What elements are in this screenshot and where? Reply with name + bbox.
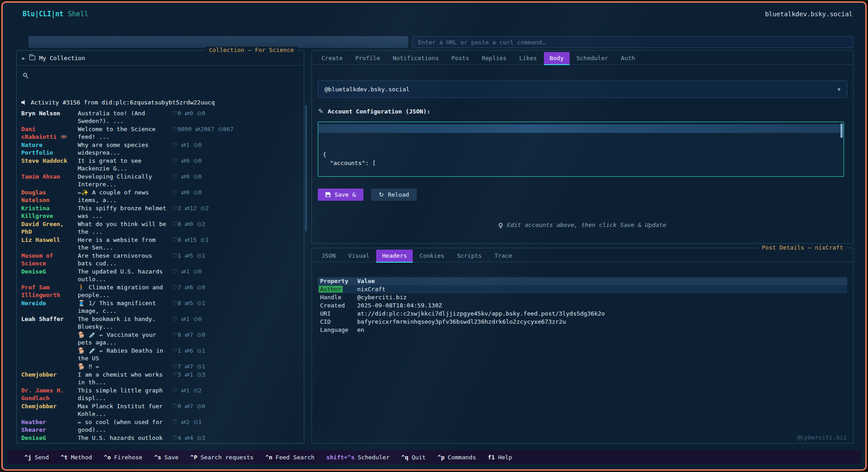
feed-post-row[interactable]: Steve Haddock It is great to see Mackenz… [21, 156, 300, 172]
feed-post-row[interactable]: DeniseG The U.S. hazards outlook shows..… [21, 434, 300, 443]
feed-post-row[interactable]: Leah Shaffer The bookmark is handy. Blue… [21, 315, 300, 330]
search-icon [23, 73, 27, 77]
post-text: Welcome to the Science feed! ... [78, 125, 167, 141]
reply-icon: ⊙ [197, 347, 202, 354]
repost-icon: ⇄ [181, 268, 186, 275]
repost-icon: ⇄ [184, 252, 189, 259]
table-row[interactable]: Created 2025-09-08T18:04:59.130Z [318, 302, 847, 310]
feed-post-row[interactable]: David Green, PhD What do you think will … [21, 220, 300, 236]
repost-icon: ⇄ [181, 316, 186, 322]
table-row[interactable]: URI at://did:plc:c2swjkkci7dljjizpgye45k… [318, 310, 847, 318]
feed-post-row[interactable]: Chemjobber Max Planck Institut fuer Kohl… [21, 402, 300, 418]
account-select[interactable]: @bluetalkdev.bsky.social ▾ [318, 80, 847, 98]
feed-post-row[interactable]: Bryn Nelson Australia too! (And Sweden?)… [21, 109, 300, 125]
repost-icon: ⇄ [181, 387, 186, 394]
tab-replies[interactable]: Replies [476, 52, 513, 64]
feed-post-row[interactable]: Dani cRabaiotti 🦇 Welcome to the Science… [21, 125, 300, 141]
shortcut-key: ^q [401, 454, 409, 461]
table-row[interactable]: CID bafyreicxrfmrminhqseoy3pfv36bswdl236… [318, 318, 847, 326]
property-value: bafyreicxrfmrminhqseoy3pfv36bswdl236hzdr… [357, 318, 845, 326]
tab-headers[interactable]: Headers [376, 250, 413, 262]
feed-post-row[interactable]: Nature Portfolio Why are some species wi… [21, 141, 300, 156]
tab-profile[interactable]: Profile [349, 52, 386, 64]
reply-icon: ⊙ [197, 331, 202, 338]
feed-post-row[interactable]: Kristina Killgrove This spiffy bronze he… [21, 204, 300, 220]
feed-post-row[interactable]: DeniseG The updated U.S. hazards outlo..… [21, 267, 300, 283]
feed-post-row[interactable]: Heather Shearer ✏ so cool (when used for… [21, 418, 300, 434]
post-author: Douglas Natelson [21, 189, 72, 204]
shortcut-label: Quit [411, 454, 425, 461]
statusbar-shortcut[interactable]: ^o Firehose [104, 454, 142, 461]
post-text: Max Planck Institut fuer Kohle... [78, 402, 167, 418]
reply-icon: ⊙ [193, 316, 198, 322]
feed-post-row[interactable]: Prof Sam Illingworth 🚶 Climate migration… [21, 283, 300, 299]
post-text: 🐕 💉 ✏ Vaccinate your pets aga... [78, 331, 167, 346]
statusbar-shortcut[interactable]: ^t Method [61, 454, 92, 461]
tab-body[interactable]: Body [544, 52, 570, 64]
post-author: Nature Portfolio [21, 141, 72, 156]
feed-scrollbar[interactable] [305, 105, 307, 231]
tab-create[interactable]: Create [316, 52, 349, 64]
feed-post-row[interactable]: Nereide 🧵 1/ This magnificent image, c..… [21, 299, 300, 315]
titlebar: Blu|CLI|ntShell bluetalkdev.bsky.social [23, 10, 853, 18]
reload-button[interactable]: ↻ Reload [371, 189, 417, 201]
feed-post-row[interactable]: 🐕 💉 ✏ Vaccinate your pets aga... ♡8⇄7⊙0 [21, 330, 300, 346]
post-author: Chemjobber [21, 371, 72, 386]
statusbar-shortcut[interactable]: ^q Quit [401, 454, 426, 461]
collection-search[interactable] [17, 66, 304, 84]
tab-json[interactable]: JSON [316, 250, 341, 262]
feed-post-row[interactable]: Douglas Natelson ✏✨ A couple of news ite… [21, 188, 300, 204]
reply-icon: ⊙ [193, 142, 198, 148]
col-property: Property [320, 277, 357, 285]
config-editor[interactable]: { "accounts": [ [318, 122, 844, 177]
statusbar-shortcut[interactable]: ^n Feed Search [265, 454, 315, 461]
statusbar-shortcut[interactable]: ^P Search requests [190, 454, 254, 461]
like-icon: ♡ [172, 142, 178, 148]
feed-post-row[interactable]: Dr. James H. Gundlach This simple little… [21, 386, 300, 402]
post-stats: ♡⇄1⊙2 [172, 387, 211, 402]
shortcut-label: Method [71, 454, 92, 461]
table-row[interactable]: Author nixCraft [318, 285, 847, 293]
save-button[interactable]: Save & [318, 189, 363, 201]
table-header-row: Property Value [318, 277, 847, 285]
tab-posts[interactable]: Posts [446, 52, 475, 64]
tab-trace[interactable]: Trace [489, 250, 518, 262]
feed-post-row[interactable]: 🐕 💉 ✏ Rabies Deaths in the US ♡1⇄6⊙1 [21, 346, 300, 362]
tab-scheduler[interactable]: Scheduler [571, 52, 614, 64]
statusbar-shortcut[interactable]: f1 Help [488, 454, 512, 461]
feed-post-row[interactable]: Museum of Science Are these carnivorous … [21, 251, 300, 267]
statusbar-shortcut[interactable]: ^s Save [154, 454, 179, 461]
post-stats: ♡8⇄7⊙0 [172, 331, 211, 346]
reply-icon: ⊙ [200, 236, 205, 243]
feed-post-row[interactable]: Liz Haswell Here is a website from the S… [21, 236, 300, 251]
repost-icon: ⇄ [184, 236, 189, 243]
statusbar-shortcut[interactable]: ^j Send [24, 454, 49, 461]
tab-notifications[interactable]: Notifications [387, 52, 445, 64]
editor-line [323, 133, 839, 142]
post-text: It is great to see Mackenzie G... [78, 157, 167, 172]
tab-auth[interactable]: Auth [615, 52, 641, 64]
tab-likes[interactable]: Likes [513, 52, 542, 64]
tab-scripts[interactable]: Scripts [451, 250, 488, 262]
feed-post-row[interactable]: Tamim Ahsan Developing Clinically Interp… [21, 172, 300, 188]
feed-post-row[interactable]: Chemjobber I am a chemist who works in t… [21, 370, 300, 386]
statusbar-shortcut[interactable]: shift+^s Scheduler [326, 454, 390, 461]
editor-scrollbar[interactable] [840, 123, 843, 138]
url-bar: Enter a URL or paste a curl command… [28, 36, 854, 48]
property-value: nixCraft [357, 285, 845, 293]
table-row[interactable]: Language en [318, 326, 847, 334]
tab-visual[interactable]: Visual [342, 250, 375, 262]
like-icon: ♡ [172, 331, 178, 338]
tab-cookies[interactable]: Cookies [414, 250, 450, 262]
reply-icon: ⊙ [197, 403, 202, 410]
table-row[interactable]: Handle @cyberciti.biz [318, 293, 847, 302]
session-account: bluetalkdev.bsky.social [765, 10, 853, 18]
statusbar-shortcut[interactable]: ^p Commands [438, 454, 476, 461]
reply-icon: ⊙ [218, 126, 223, 132]
url-input[interactable]: Enter a URL or paste a curl command… [412, 36, 854, 48]
reload-icon: ↻ [379, 191, 384, 198]
feed-post-row[interactable]: 🐕 ‼ ✏ ♡7⇄7⊙1 [21, 362, 300, 370]
repost-icon: ⇄ [184, 284, 189, 291]
property-name: Language [320, 326, 349, 333]
repost-icon: ⇄ [181, 142, 186, 148]
